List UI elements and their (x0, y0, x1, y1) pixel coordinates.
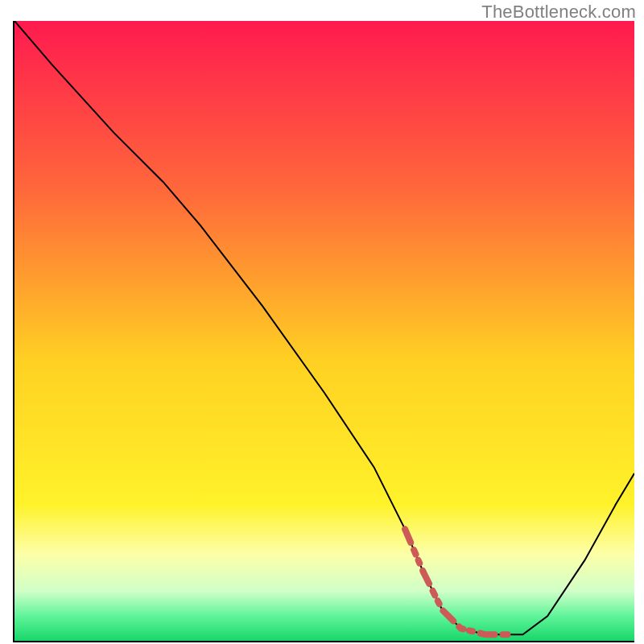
plot-svg (14, 21, 634, 641)
plot-area (13, 21, 634, 642)
chart-container: TheBottleneck.com (0, 0, 644, 644)
watermark-text: TheBottleneck.com (481, 2, 636, 23)
gradient-background (14, 21, 634, 641)
